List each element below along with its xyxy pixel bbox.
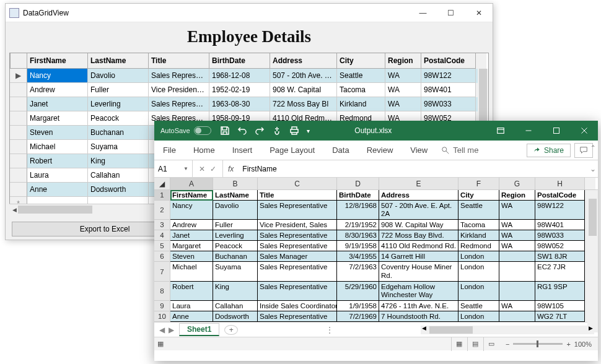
cell[interactable]: Title bbox=[258, 190, 337, 201]
cell[interactable]: Sales Representative bbox=[258, 262, 337, 281]
cell[interactable]: 507 - 20th Ave. E. Apt. 2A bbox=[379, 201, 458, 220]
cell[interactable]: Sales Representative bbox=[258, 241, 337, 251]
grid-cell[interactable]: Sales Represent... bbox=[149, 97, 209, 111]
grid-cell[interactable]: 1952-02-19 bbox=[209, 83, 270, 97]
row-header[interactable] bbox=[10, 126, 27, 140]
cell[interactable]: 98W033 bbox=[535, 230, 585, 241]
cell[interactable]: 98W401 bbox=[535, 220, 585, 230]
cell[interactable]: 2/19/1952 bbox=[337, 220, 379, 230]
grid-cell[interactable]: 1968-12-08 bbox=[209, 69, 270, 83]
cell[interactable]: 4726 - 11th Ave. N.E. bbox=[379, 301, 458, 311]
cell[interactable]: 14 Garrett Hill bbox=[379, 251, 458, 262]
fx-label[interactable]: fx bbox=[223, 165, 239, 173]
grid-cell[interactable]: 722 Moss Bay Bl bbox=[270, 97, 337, 111]
formula-input[interactable]: FirstName bbox=[239, 165, 587, 173]
cell[interactable]: 3/4/1955 bbox=[337, 251, 379, 262]
cancel-formula-icon[interactable]: ✕ bbox=[199, 165, 205, 173]
cell[interactable]: Robert bbox=[170, 282, 213, 301]
cell[interactable]: 7 Houndstooth Rd. bbox=[379, 311, 458, 322]
grid-cell[interactable]: Tacoma bbox=[337, 83, 385, 97]
col-header-E[interactable]: E bbox=[379, 178, 458, 189]
row-header[interactable] bbox=[10, 154, 27, 168]
grid-cell[interactable]: Leverling bbox=[88, 97, 149, 111]
row-header-corner[interactable] bbox=[10, 53, 27, 69]
cell[interactable]: 98W052 bbox=[535, 241, 585, 251]
cell[interactable] bbox=[499, 311, 535, 322]
ribbon-tab-view[interactable]: View bbox=[401, 145, 436, 155]
column-header[interactable]: Region bbox=[385, 53, 421, 69]
grid-cell[interactable]: Michael bbox=[27, 140, 88, 154]
name-box[interactable]: A1 ▼ bbox=[154, 160, 193, 177]
ribbon-tab-review[interactable]: Review bbox=[358, 145, 402, 155]
expand-formula-bar-icon[interactable]: ⌄ bbox=[587, 165, 598, 173]
cell[interactable]: WA bbox=[499, 241, 535, 251]
col-header-B[interactable]: B bbox=[213, 178, 258, 189]
row-header[interactable] bbox=[10, 168, 27, 183]
grid-cell[interactable]: 1963-08-30 bbox=[209, 97, 270, 111]
row-header[interactable]: ▶ bbox=[10, 69, 27, 83]
cell[interactable]: Callahan bbox=[213, 301, 258, 311]
cell[interactable]: London bbox=[458, 282, 499, 301]
winforms-titlebar[interactable]: DataGridView — ☐ ✕ bbox=[6, 4, 493, 22]
row-header-9[interactable]: 9 bbox=[154, 301, 170, 311]
grid-cell[interactable]: Davolio bbox=[88, 69, 149, 83]
cell[interactable]: 5/29/1960 bbox=[337, 282, 379, 301]
cell[interactable] bbox=[499, 282, 535, 301]
cell[interactable]: Sales Representative bbox=[258, 201, 337, 220]
minimize-button[interactable]: — bbox=[409, 4, 437, 22]
grid-cell[interactable]: Andrew bbox=[27, 83, 88, 97]
row-header-3[interactable]: 3 bbox=[154, 220, 170, 230]
row-header-2[interactable]: 2 bbox=[154, 201, 170, 220]
grid-cell[interactable]: Suyama bbox=[88, 140, 149, 154]
cell[interactable]: City bbox=[458, 190, 499, 201]
column-header[interactable]: LastName bbox=[88, 53, 149, 69]
maximize-button[interactable]: ☐ bbox=[437, 4, 465, 22]
cell[interactable]: Michael bbox=[170, 262, 213, 281]
column-header[interactable]: BirthDate bbox=[209, 53, 270, 69]
grid-cell[interactable]: 908 W. Capital bbox=[270, 83, 337, 97]
zoom-level[interactable]: 100% bbox=[574, 340, 592, 348]
cell[interactable]: 4110 Old Redmond Rd. bbox=[379, 241, 458, 251]
cell[interactable]: Region bbox=[499, 190, 535, 201]
cell[interactable]: Margaret bbox=[170, 241, 213, 251]
cell[interactable]: London bbox=[458, 251, 499, 262]
row-header-10[interactable]: 10 bbox=[154, 311, 170, 322]
cell[interactable]: Kirkland bbox=[458, 230, 499, 241]
cell[interactable]: Edgeham Hollow Winchester Way bbox=[379, 282, 458, 301]
cell[interactable]: WA bbox=[499, 201, 535, 220]
cell[interactable]: Coventry House Miner Rd. bbox=[379, 262, 458, 281]
column-header[interactable]: FirstName bbox=[27, 53, 88, 69]
row-header-4[interactable]: 4 bbox=[154, 230, 170, 241]
cell[interactable]: Peacock bbox=[213, 241, 258, 251]
autosave-toggle[interactable]: AutoSave bbox=[160, 126, 211, 135]
column-header[interactable]: PostalCode bbox=[421, 53, 476, 69]
row-header[interactable] bbox=[10, 183, 27, 197]
cell[interactable]: Leverling bbox=[213, 230, 258, 241]
cell[interactable]: RG1 9SP bbox=[535, 282, 585, 301]
grid-cell[interactable]: Peacock bbox=[88, 111, 149, 126]
grid-cell[interactable]: King bbox=[88, 154, 149, 168]
worksheet-grid[interactable]: 1FirstNameLastNameTitleBirthDateAddressC… bbox=[154, 190, 598, 322]
cell[interactable]: 7/2/1963 bbox=[337, 262, 379, 281]
excel-minimize-button[interactable] bbox=[514, 121, 542, 141]
cell[interactable]: 722 Moss Bay Blvd. bbox=[379, 230, 458, 241]
sheet-nav[interactable]: ◀▶ bbox=[154, 326, 179, 334]
cell[interactable]: Sales Representative bbox=[258, 230, 337, 241]
cell[interactable]: Nancy bbox=[170, 201, 213, 220]
add-sheet-button[interactable]: + bbox=[224, 325, 238, 335]
row-header[interactable] bbox=[10, 83, 27, 97]
grid-cell[interactable]: Robert bbox=[27, 154, 88, 168]
grid-cell[interactable]: Fuller bbox=[88, 83, 149, 97]
save-icon[interactable] bbox=[220, 126, 230, 136]
page-break-view-button[interactable]: ▭ bbox=[483, 337, 499, 351]
row-header[interactable] bbox=[10, 111, 27, 126]
ribbon-tab-insert[interactable]: Insert bbox=[224, 145, 261, 155]
cell[interactable]: Laura bbox=[170, 301, 213, 311]
dropdown-icon[interactable]: ▼ bbox=[183, 166, 188, 171]
cell[interactable]: 12/8/1968 bbox=[337, 201, 379, 220]
row-header-8[interactable]: 8 bbox=[154, 282, 170, 301]
cell[interactable]: 98W105 bbox=[535, 301, 585, 311]
grid-cell[interactable]: Kirkland bbox=[337, 97, 385, 111]
select-all-corner[interactable]: ◢ bbox=[154, 178, 170, 189]
cell[interactable]: Suyama bbox=[213, 262, 258, 281]
